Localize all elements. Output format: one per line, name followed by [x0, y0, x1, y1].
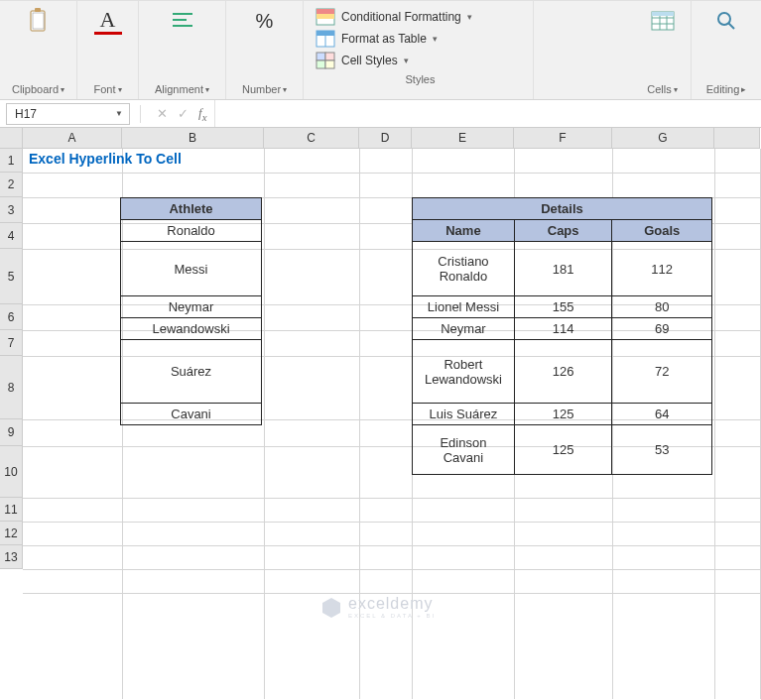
table-row: Edinson Cavani 125 53 — [413, 425, 712, 475]
alignment-icon — [169, 7, 196, 35]
details-goals[interactable]: 80 — [612, 296, 712, 318]
details-name[interactable]: Neymar — [413, 318, 515, 340]
details-col-goals: Goals — [612, 220, 712, 242]
row-header[interactable]: 5 — [0, 249, 23, 304]
cell-styles-button[interactable]: Cell Styles ▾ — [314, 51, 474, 70]
column-header[interactable]: E — [412, 128, 514, 149]
row-header[interactable]: 8 — [0, 356, 23, 419]
column-header[interactable]: B — [122, 128, 264, 149]
details-caps[interactable]: 114 — [514, 318, 612, 340]
row-header[interactable]: 2 — [0, 173, 23, 197]
select-all-corner[interactable] — [0, 128, 23, 149]
paste-button[interactable] — [21, 5, 57, 37]
row-header[interactable]: 12 — [0, 522, 23, 545]
ribbon-group-clipboard: Clipboard▾ — [0, 1, 77, 99]
details-caps[interactable]: 155 — [514, 296, 612, 318]
ribbon: Clipboard▾ A Font▾ Alignment▾ % Number▾ — [0, 0, 761, 100]
details-goals[interactable]: 112 — [612, 242, 712, 296]
name-box-value: H17 — [15, 107, 37, 121]
svg-line-23 — [728, 23, 734, 29]
athlete-cell[interactable]: Suárez — [121, 340, 262, 404]
cells-button[interactable] — [645, 5, 681, 37]
chevron-down-icon[interactable]: ▾ — [61, 85, 64, 94]
ribbon-group-alignment: Alignment▾ — [139, 1, 226, 99]
formula-input[interactable] — [214, 100, 761, 127]
svg-rect-21 — [652, 12, 674, 16]
details-caps[interactable]: 125 — [514, 425, 612, 475]
details-name[interactable]: Robert Lewandowski — [413, 340, 515, 404]
enter-button[interactable]: ✓ — [178, 106, 189, 121]
row-header[interactable]: 10 — [0, 446, 23, 498]
athlete-cell[interactable]: Lewandowski — [121, 318, 262, 340]
fx-icon[interactable]: fx — [198, 105, 214, 123]
cancel-button[interactable]: ✕ — [157, 106, 168, 121]
column-header[interactable]: A — [23, 128, 122, 149]
column-header[interactable]: D — [359, 128, 412, 149]
details-caps[interactable]: 125 — [514, 404, 612, 425]
column-header[interactable] — [714, 128, 760, 149]
watermark-text: exceldemy — [348, 595, 433, 612]
svg-rect-13 — [325, 53, 334, 60]
column-header[interactable]: C — [264, 128, 359, 149]
number-button[interactable]: % — [247, 5, 283, 37]
formula-bar: H17 ▼ ✕ ✓ fx — [0, 100, 761, 128]
row-header[interactable]: 9 — [0, 419, 23, 446]
details-name[interactable]: Cristiano Ronaldo — [413, 242, 515, 296]
details-goals[interactable]: 72 — [612, 340, 712, 404]
editing-button[interactable] — [708, 5, 744, 37]
chevron-down-icon[interactable]: ▾ — [205, 85, 209, 94]
athlete-table: Athlete Ronaldo Messi Neymar Lewandowski… — [120, 197, 262, 425]
details-name[interactable]: Lionel Messi — [413, 296, 515, 318]
row-header[interactable]: 7 — [0, 330, 23, 356]
editing-label: Editing — [706, 83, 740, 95]
ribbon-group-editing: Editing▸ — [692, 1, 761, 99]
chevron-down-icon[interactable]: ▾ — [118, 85, 122, 94]
athlete-cell[interactable]: Cavani — [121, 404, 262, 425]
details-table: Details Name Caps Goals Cristiano Ronald… — [412, 197, 712, 475]
details-caps[interactable]: 126 — [514, 340, 612, 404]
details-goals[interactable]: 64 — [612, 404, 712, 425]
details-name[interactable]: Luis Suárez — [413, 404, 515, 425]
watermark-icon — [320, 596, 342, 618]
svg-rect-12 — [317, 53, 325, 60]
row-header[interactable]: 4 — [0, 223, 23, 249]
svg-rect-14 — [317, 60, 325, 68]
find-icon — [712, 7, 740, 35]
details-col-caps: Caps — [514, 220, 612, 242]
details-goals[interactable]: 69 — [612, 318, 712, 340]
chevron-down-icon: ▾ — [467, 12, 472, 22]
chevron-down-icon[interactable]: ▼ — [115, 109, 123, 118]
table-row: Robert Lewandowski 126 72 — [413, 340, 712, 404]
athlete-cell[interactable]: Messi — [121, 242, 262, 296]
row-header[interactable]: 11 — [0, 498, 23, 522]
table-row: Ronaldo — [121, 220, 262, 242]
athlete-cell[interactable]: Ronaldo — [121, 220, 262, 242]
row-header[interactable]: 13 — [0, 545, 23, 569]
conditional-formatting-button[interactable]: Conditional Formatting ▾ — [314, 7, 474, 27]
table-row: Lionel Messi 155 80 — [413, 296, 712, 318]
chevron-down-icon[interactable]: ▾ — [674, 85, 678, 94]
row-header[interactable]: 1 — [0, 149, 23, 173]
alignment-button[interactable] — [165, 5, 200, 37]
details-name[interactable]: Edinson Cavani — [413, 425, 515, 475]
chevron-down-icon[interactable]: ▾ — [283, 85, 287, 94]
column-header[interactable]: F — [514, 128, 612, 149]
table-row: Athlete — [121, 198, 262, 220]
chevron-right-icon[interactable]: ▸ — [741, 84, 746, 94]
format-table-label: Format as Table — [341, 32, 427, 46]
athlete-cell[interactable]: Neymar — [121, 296, 262, 318]
details-goals[interactable]: 53 — [612, 425, 712, 475]
details-caps[interactable]: 181 — [514, 242, 612, 296]
format-as-table-button[interactable]: Format as Table ▾ — [314, 29, 474, 49]
cells-area[interactable]: Excel Hyperlink To Cell Athlete Ronaldo … — [23, 149, 761, 699]
row-header[interactable]: 6 — [0, 304, 23, 330]
font-button[interactable]: A — [90, 5, 126, 37]
table-row: Neymar — [121, 296, 262, 318]
ribbon-group-font: A Font▾ — [77, 1, 139, 99]
column-header[interactable]: G — [612, 128, 714, 149]
table-row: Neymar 114 69 — [413, 318, 712, 340]
name-box[interactable]: H17 ▼ — [6, 103, 130, 125]
table-row: Name Caps Goals — [413, 220, 712, 242]
row-header[interactable]: 3 — [0, 197, 23, 223]
cells-icon — [649, 7, 677, 35]
